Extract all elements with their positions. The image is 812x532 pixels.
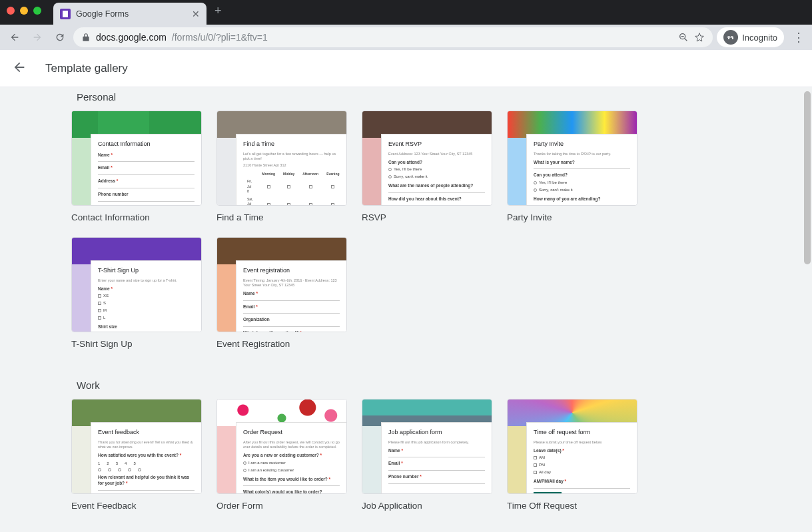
incognito-icon — [723, 30, 738, 45]
template-card-er[interactable]: Event registrationEvent Timing: January … — [216, 237, 347, 349]
svg-line-1 — [685, 39, 687, 41]
zoom-icon[interactable] — [678, 32, 689, 43]
browser-forward-button[interactable] — [28, 28, 47, 47]
template-thumbnail: T-Shirt Sign UpEnter your name and size … — [71, 237, 202, 332]
template-card-of[interactable]: Order RequestAfter you fill out this ord… — [216, 399, 347, 511]
url-host: docs.google.com — [96, 32, 167, 43]
template-card-rs[interactable]: Event RSVPEvent Address: 123 Your Street… — [362, 111, 492, 222]
template-label: Order Form — [216, 494, 347, 511]
browser-back-button[interactable] — [5, 28, 24, 47]
incognito-label: Incognito — [742, 33, 777, 43]
template-label: Event Registration — [216, 332, 347, 349]
template-card-ci[interactable]: Contact InformationName *Email *Address … — [71, 111, 202, 222]
tab-title: Google Forms — [76, 9, 187, 19]
template-label: Contact Information — [71, 206, 202, 222]
page-title: Template gallery — [45, 62, 128, 75]
browser-tabstrip: Google Forms ✕ + — [0, 0, 812, 25]
template-grid: Contact InformationName *Email *Address … — [71, 111, 741, 349]
template-grid: Event feedbackThank you for attending ou… — [71, 399, 741, 511]
content-scroll[interactable]: PersonalContact InformationName *Email *… — [0, 87, 812, 532]
bookmark-star-icon[interactable] — [694, 32, 705, 43]
window-close[interactable] — [7, 7, 15, 15]
template-label: Party Invite — [507, 206, 637, 222]
url-path: /forms/u/0/?pli=1&ftv=1 — [172, 32, 268, 43]
window-zoom[interactable] — [33, 7, 41, 15]
browser-reload-button[interactable] — [51, 28, 69, 47]
template-thumbnail: Job application formPlease fill out this… — [362, 399, 492, 494]
template-label: Event Feedback — [71, 494, 202, 511]
template-label: Time Off Request — [507, 494, 637, 511]
template-card-ft[interactable]: Find a TimeLet's all get together for a … — [216, 111, 347, 222]
browser-toolbar: docs.google.com/forms/u/0/?pli=1&ftv=1 I… — [0, 25, 812, 50]
template-card-pi[interactable]: Party InviteThanks for taking the time t… — [507, 111, 637, 222]
template-label: Job Application — [362, 494, 492, 511]
template-thumbnail: Time off request formPlease submit your … — [507, 399, 637, 494]
scrollbar-thumb[interactable] — [804, 91, 811, 264]
template-card-ja[interactable]: Job application formPlease fill out this… — [362, 399, 492, 511]
close-tab-icon[interactable]: ✕ — [192, 9, 200, 19]
template-thumbnail: Order RequestAfter you fill out this ord… — [216, 399, 347, 494]
back-button[interactable] — [12, 60, 27, 77]
window-controls — [7, 7, 41, 15]
template-thumbnail: Event RSVPEvent Address: 123 Your Street… — [362, 111, 492, 206]
template-card-ef[interactable]: Event feedbackThank you for attending ou… — [71, 399, 202, 511]
template-card-to[interactable]: Time off request formPlease submit your … — [507, 399, 637, 511]
template-thumbnail: Event feedbackThank you for attending ou… — [71, 399, 202, 494]
template-label: T-Shirt Sign Up — [71, 332, 202, 349]
forms-favicon — [60, 9, 71, 19]
template-card-ts[interactable]: T-Shirt Sign UpEnter your name and size … — [71, 237, 202, 349]
browser-tab[interactable]: Google Forms ✕ — [53, 3, 206, 25]
browser-menu-button[interactable]: ⋮ — [791, 30, 807, 45]
section-label: Work — [71, 376, 741, 399]
section-label: Personal — [71, 87, 741, 111]
window-minimize[interactable] — [20, 7, 28, 15]
address-bar[interactable]: docs.google.com/forms/u/0/?pli=1&ftv=1 — [73, 27, 713, 47]
template-thumbnail: Contact InformationName *Email *Address … — [71, 111, 202, 206]
app-header: Template gallery — [0, 50, 812, 87]
new-tab-button[interactable]: + — [214, 4, 222, 18]
template-label: Find a Time — [216, 206, 347, 222]
template-thumbnail: Party InviteThanks for taking the time t… — [507, 111, 637, 206]
template-thumbnail: Event registrationEvent Timing: January … — [216, 237, 347, 332]
template-label: RSVP — [362, 206, 492, 222]
lock-icon — [81, 33, 91, 42]
template-thumbnail: Find a TimeLet's all get together for a … — [216, 111, 347, 206]
incognito-badge[interactable]: Incognito — [717, 27, 784, 47]
